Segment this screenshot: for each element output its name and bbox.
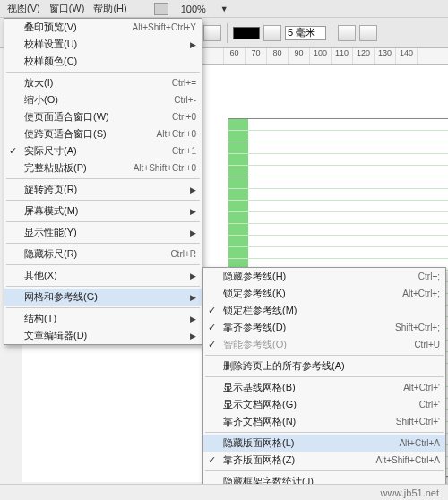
menu-item[interactable]: 锁定参考线(K)Alt+Ctrl+; xyxy=(203,285,445,302)
submenu-arrow-icon: ▶ xyxy=(190,228,196,237)
menu-item[interactable]: 隐藏版面网格(L)Alt+Ctrl+A xyxy=(203,435,445,452)
menu-separator xyxy=(205,432,444,433)
menu-separator xyxy=(6,178,200,179)
menu-separator xyxy=(6,286,200,287)
menu-item-label: 屏幕模式(M) xyxy=(24,204,79,218)
menu-separator xyxy=(6,221,200,222)
submenu-arrow-icon: ▶ xyxy=(190,315,196,323)
fx-icon[interactable] xyxy=(203,25,221,41)
menu-item-label: 完整粘贴板(P) xyxy=(24,161,87,175)
menu-item[interactable]: 旋转跨页(R)▶ xyxy=(4,181,202,198)
menubar: 视图(V) 窗口(W) 帮助(H) 100% ▼ xyxy=(0,0,448,18)
menu-item-label: 靠齐版面网格(Z) xyxy=(223,453,295,467)
zoom-value[interactable]: 100% xyxy=(177,4,210,14)
menu-separator xyxy=(6,243,200,244)
menu-item[interactable]: ✓实际尺寸(A)Ctrl+1 xyxy=(4,142,202,159)
chevron-down-icon: ▼ xyxy=(220,4,228,13)
text-wrap-icon[interactable] xyxy=(359,25,377,41)
menu-item-label: 靠齐参考线(D) xyxy=(223,321,286,334)
check-icon: ✓ xyxy=(208,322,216,333)
menu-item[interactable]: 文章编辑器(D)▶ xyxy=(4,327,202,344)
menu-separator xyxy=(6,72,200,73)
menu-item-label: 结构(T) xyxy=(24,312,56,325)
menu-item-label: 锁定栏参考线(M) xyxy=(223,304,297,317)
menu-item[interactable]: 隐藏标尺(R)Ctrl+R xyxy=(4,246,202,263)
menu-separator xyxy=(205,355,444,356)
bridge-icon[interactable] xyxy=(154,3,168,15)
menu-item[interactable]: 网格和参考线(G)▶ xyxy=(4,289,202,306)
menu-item[interactable]: 使跨页适合窗口(S)Alt+Ctrl+0 xyxy=(4,125,202,142)
menu-item: ✓智能参考线(Q)Ctrl+U xyxy=(203,336,445,353)
menu-shortcut: Alt+Shift+Ctrl+0 xyxy=(134,163,196,173)
menu-item-label: 叠印预览(V) xyxy=(24,21,77,34)
menu-shortcut: Alt+Ctrl+A xyxy=(399,438,440,448)
menu-item-label: 智能参考线(Q) xyxy=(223,338,287,351)
menu-item[interactable]: 校样设置(U)▶ xyxy=(4,36,202,53)
menu-item-label: 实际尺寸(A) xyxy=(24,144,77,158)
menu-shortcut: Ctrl+0 xyxy=(172,112,196,122)
menu-item[interactable]: ✓靠齐参考线(D)Shift+Ctrl+; xyxy=(203,319,445,336)
menu-window[interactable]: 窗口(W) xyxy=(49,2,85,15)
submenu-arrow-icon: ▶ xyxy=(190,207,196,216)
menu-item[interactable]: 屏幕模式(M)▶ xyxy=(4,203,202,220)
grid-row xyxy=(228,189,448,201)
menu-item-label: 缩小(O) xyxy=(24,93,58,107)
menu-item-label: 网格和参考线(G) xyxy=(24,290,98,304)
menu-item[interactable]: ✓靠齐版面网格(Z)Alt+Shift+Ctrl+A xyxy=(203,452,445,469)
check-icon: ✓ xyxy=(208,454,216,466)
menu-separator xyxy=(6,307,200,308)
toolbar-separator xyxy=(332,23,332,43)
menu-item[interactable]: 叠印预览(V)Alt+Shift+Ctrl+Y xyxy=(4,19,202,36)
menu-separator xyxy=(205,376,444,377)
menu-item-label: 显示文档网格(G) xyxy=(223,398,297,411)
menu-item[interactable]: 其他(X)▶ xyxy=(4,267,202,284)
grid-row xyxy=(228,224,448,236)
menu-item-label: 隐藏标尺(R) xyxy=(24,247,77,261)
menu-shortcut: Alt+Shift+Ctrl+Y xyxy=(133,22,196,32)
menu-item[interactable]: 使页面适合窗口(W)Ctrl+0 xyxy=(4,108,202,125)
menu-item-label: 显示基线网格(B) xyxy=(223,381,296,394)
menu-item[interactable]: 显示文档网格(G)Ctrl+' xyxy=(203,396,445,413)
grid-row xyxy=(228,154,448,166)
menu-item[interactable]: 显示性能(Y)▶ xyxy=(4,224,202,241)
menu-shortcut: Ctrl+= xyxy=(172,78,196,88)
menu-item-label: 靠齐文档网格(N) xyxy=(223,415,296,428)
menu-item[interactable]: 缩小(O)Ctrl+- xyxy=(4,91,202,108)
opacity-icon[interactable] xyxy=(263,25,281,41)
gradient-swatch[interactable] xyxy=(233,27,260,39)
menu-item-label: 其他(X) xyxy=(24,269,57,282)
menu-item-label: 使跨页适合窗口(S) xyxy=(24,127,107,141)
menu-help[interactable]: 帮助(H) xyxy=(93,2,126,15)
grid-row xyxy=(228,201,448,212)
submenu-arrow-icon: ▶ xyxy=(190,185,196,194)
grid-row xyxy=(228,177,448,189)
menu-item[interactable]: 结构(T)▶ xyxy=(4,310,202,327)
menu-shortcut: Alt+Shift+Ctrl+A xyxy=(376,455,440,465)
menu-item-label: 显示性能(Y) xyxy=(24,226,77,239)
menu-item[interactable]: 显示基线网格(B)Alt+Ctrl+' xyxy=(203,379,445,396)
menu-item[interactable]: ✓锁定栏参考线(M) xyxy=(203,302,445,319)
menu-item-label: 隐藏版面网格(L) xyxy=(223,436,294,450)
menu-shortcut: Ctrl+1 xyxy=(172,146,196,156)
watermark-text: www.jb51.net xyxy=(381,487,439,498)
zoom-control[interactable]: 100% ▼ xyxy=(154,3,237,15)
check-icon: ✓ xyxy=(9,145,17,157)
menu-item-label: 放大(I) xyxy=(24,76,53,90)
menu-shortcut: Alt+Ctrl+0 xyxy=(157,129,196,139)
menu-shortcut: Alt+Ctrl+; xyxy=(402,289,440,298)
menu-item[interactable]: 靠齐文档网格(N)Shift+Ctrl+' xyxy=(203,413,445,430)
menu-item[interactable]: 完整粘贴板(P)Alt+Shift+Ctrl+0 xyxy=(4,159,202,177)
menu-shortcut: Ctrl+' xyxy=(419,400,440,409)
menu-item[interactable]: 校样颜色(C) xyxy=(4,53,202,70)
menu-view[interactable]: 视图(V) xyxy=(7,2,40,15)
menu-item[interactable]: 放大(I)Ctrl+= xyxy=(4,74,202,91)
size-field[interactable]: 5 毫米 xyxy=(285,26,326,40)
menu-shortcut: Shift+Ctrl+; xyxy=(395,323,440,332)
menu-item[interactable]: 删除跨页上的所有参考线(A) xyxy=(203,358,445,375)
grid-row xyxy=(228,212,448,224)
menu-item-label: 锁定参考线(K) xyxy=(223,287,286,300)
frame-icon[interactable] xyxy=(338,25,356,41)
grid-row xyxy=(228,119,448,131)
menu-item[interactable]: 隐藏参考线(H)Ctrl+; xyxy=(203,268,445,285)
menu-shortcut: Alt+Ctrl+' xyxy=(403,383,440,392)
